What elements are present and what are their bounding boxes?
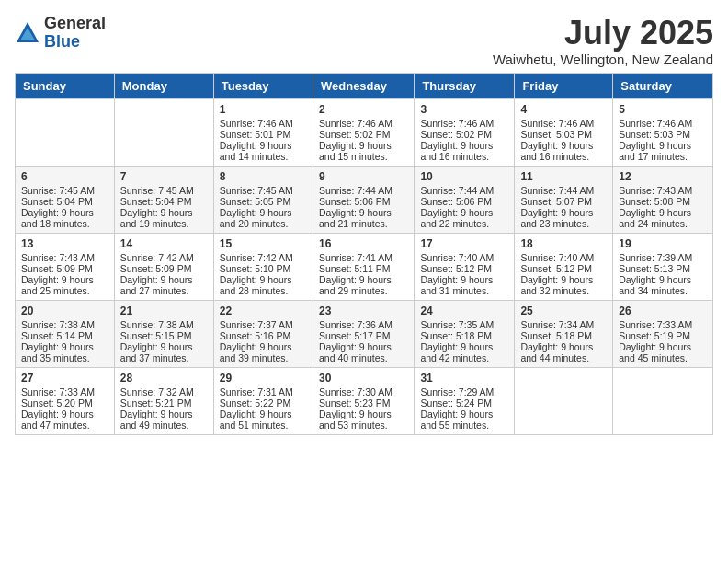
sunrise-text: Sunrise: 7:43 AM xyxy=(21,252,108,263)
calendar-week-5: 27Sunrise: 7:33 AMSunset: 5:20 PMDayligh… xyxy=(16,367,713,434)
calendar-cell: 26Sunrise: 7:33 AMSunset: 5:19 PMDayligh… xyxy=(613,300,713,367)
day-number: 30 xyxy=(319,372,408,385)
calendar-week-1: 1Sunrise: 7:46 AMSunset: 5:01 PMDaylight… xyxy=(16,98,713,166)
sunset-text: Sunset: 5:03 PM xyxy=(619,129,707,140)
daylight-text: Daylight: 9 hours and 45 minutes. xyxy=(619,341,707,363)
day-number: 22 xyxy=(220,304,307,317)
calendar-cell xyxy=(613,367,713,434)
sunrise-text: Sunrise: 7:39 AM xyxy=(619,252,707,263)
daylight-text: Daylight: 9 hours and 22 minutes. xyxy=(420,207,508,229)
sunset-text: Sunset: 5:12 PM xyxy=(520,263,607,274)
sunset-text: Sunset: 5:19 PM xyxy=(619,330,707,341)
day-number: 11 xyxy=(520,170,607,183)
calendar-cell: 31Sunrise: 7:29 AMSunset: 5:24 PMDayligh… xyxy=(415,367,515,434)
day-number: 8 xyxy=(220,170,307,183)
day-number: 19 xyxy=(619,237,707,250)
month-title: July 2025 xyxy=(493,15,713,52)
sunset-text: Sunset: 5:05 PM xyxy=(220,196,307,207)
weekday-header-sunday: Sunday xyxy=(16,73,115,98)
daylight-text: Daylight: 9 hours and 51 minutes. xyxy=(220,408,307,431)
sunset-text: Sunset: 5:09 PM xyxy=(120,263,208,274)
sunrise-text: Sunrise: 7:36 AM xyxy=(319,319,408,330)
sunrise-text: Sunrise: 7:30 AM xyxy=(319,386,408,397)
daylight-text: Daylight: 9 hours and 24 minutes. xyxy=(619,207,707,229)
daylight-text: Daylight: 9 hours and 19 minutes. xyxy=(120,207,208,229)
sunrise-text: Sunrise: 7:44 AM xyxy=(319,185,408,196)
daylight-text: Daylight: 9 hours and 40 minutes. xyxy=(319,341,408,363)
logo-general: General xyxy=(44,15,106,33)
daylight-text: Daylight: 9 hours and 44 minutes. xyxy=(520,341,607,363)
sunrise-text: Sunrise: 7:37 AM xyxy=(220,319,307,330)
calendar-cell: 27Sunrise: 7:33 AMSunset: 5:20 PMDayligh… xyxy=(16,367,115,434)
calendar-cell: 25Sunrise: 7:34 AMSunset: 5:18 PMDayligh… xyxy=(515,300,613,367)
calendar-cell: 16Sunrise: 7:41 AMSunset: 5:11 PMDayligh… xyxy=(313,233,414,300)
daylight-text: Daylight: 9 hours and 21 minutes. xyxy=(319,207,408,229)
sunrise-text: Sunrise: 7:38 AM xyxy=(120,319,208,330)
calendar-cell: 22Sunrise: 7:37 AMSunset: 5:16 PMDayligh… xyxy=(213,300,313,367)
sunrise-text: Sunrise: 7:46 AM xyxy=(220,118,307,129)
sunset-text: Sunset: 5:14 PM xyxy=(21,330,108,341)
day-number: 15 xyxy=(220,237,307,250)
calendar-cell: 3Sunrise: 7:46 AMSunset: 5:02 PMDaylight… xyxy=(415,98,515,166)
daylight-text: Daylight: 9 hours and 42 minutes. xyxy=(420,341,508,363)
daylight-text: Daylight: 9 hours and 25 minutes. xyxy=(21,274,108,296)
day-number: 25 xyxy=(520,304,607,317)
sunset-text: Sunset: 5:02 PM xyxy=(319,129,408,140)
calendar-cell: 30Sunrise: 7:30 AMSunset: 5:23 PMDayligh… xyxy=(313,367,414,434)
weekday-header-tuesday: Tuesday xyxy=(213,73,313,98)
sunrise-text: Sunrise: 7:34 AM xyxy=(520,319,607,330)
logo-blue: Blue xyxy=(44,33,106,52)
logo: General Blue xyxy=(15,15,106,52)
logo-text: General Blue xyxy=(44,15,106,52)
calendar-cell: 2Sunrise: 7:46 AMSunset: 5:02 PMDaylight… xyxy=(313,98,414,166)
calendar-cell: 10Sunrise: 7:44 AMSunset: 5:06 PMDayligh… xyxy=(415,166,515,233)
daylight-text: Daylight: 9 hours and 49 minutes. xyxy=(120,408,208,431)
daylight-text: Daylight: 9 hours and 18 minutes. xyxy=(21,207,108,229)
day-number: 24 xyxy=(420,304,508,317)
day-number: 27 xyxy=(21,372,108,385)
daylight-text: Daylight: 9 hours and 29 minutes. xyxy=(319,274,408,296)
sunrise-text: Sunrise: 7:32 AM xyxy=(120,386,208,397)
sunrise-text: Sunrise: 7:41 AM xyxy=(319,252,408,263)
weekday-header-saturday: Saturday xyxy=(613,73,713,98)
daylight-text: Daylight: 9 hours and 27 minutes. xyxy=(120,274,208,296)
day-number: 9 xyxy=(319,170,408,183)
sunset-text: Sunset: 5:24 PM xyxy=(420,397,508,408)
sunrise-text: Sunrise: 7:44 AM xyxy=(420,185,508,196)
title-area: July 2025 Waiwhetu, Wellington, New Zeal… xyxy=(493,15,713,67)
day-number: 1 xyxy=(220,103,307,116)
sunset-text: Sunset: 5:02 PM xyxy=(420,129,508,140)
sunset-text: Sunset: 5:15 PM xyxy=(120,330,208,341)
day-number: 28 xyxy=(120,372,208,385)
weekday-header-wednesday: Wednesday xyxy=(313,73,414,98)
calendar-cell xyxy=(16,98,115,166)
page-header: General Blue July 2025 Waiwhetu, Welling… xyxy=(15,15,713,67)
weekday-header-thursday: Thursday xyxy=(415,73,515,98)
day-number: 4 xyxy=(520,103,607,116)
calendar-cell xyxy=(114,98,213,166)
weekday-header-monday: Monday xyxy=(114,73,213,98)
calendar-cell xyxy=(515,367,613,434)
day-number: 23 xyxy=(319,304,408,317)
sunset-text: Sunset: 5:06 PM xyxy=(420,196,508,207)
day-number: 7 xyxy=(120,170,208,183)
day-number: 14 xyxy=(120,237,208,250)
calendar-cell: 12Sunrise: 7:43 AMSunset: 5:08 PMDayligh… xyxy=(613,166,713,233)
sunset-text: Sunset: 5:04 PM xyxy=(21,196,108,207)
daylight-text: Daylight: 9 hours and 47 minutes. xyxy=(21,408,108,431)
calendar-cell: 7Sunrise: 7:45 AMSunset: 5:04 PMDaylight… xyxy=(114,166,213,233)
day-number: 17 xyxy=(420,237,508,250)
location: Waiwhetu, Wellington, New Zealand xyxy=(493,52,713,67)
sunset-text: Sunset: 5:08 PM xyxy=(619,196,707,207)
daylight-text: Daylight: 9 hours and 32 minutes. xyxy=(520,274,607,296)
calendar: SundayMondayTuesdayWednesdayThursdayFrid… xyxy=(15,73,713,435)
sunrise-text: Sunrise: 7:38 AM xyxy=(21,319,108,330)
day-number: 2 xyxy=(319,103,408,116)
calendar-cell: 20Sunrise: 7:38 AMSunset: 5:14 PMDayligh… xyxy=(16,300,115,367)
calendar-cell: 21Sunrise: 7:38 AMSunset: 5:15 PMDayligh… xyxy=(114,300,213,367)
calendar-week-4: 20Sunrise: 7:38 AMSunset: 5:14 PMDayligh… xyxy=(16,300,713,367)
day-number: 5 xyxy=(619,103,707,116)
calendar-cell: 4Sunrise: 7:46 AMSunset: 5:03 PMDaylight… xyxy=(515,98,613,166)
sunset-text: Sunset: 5:10 PM xyxy=(220,263,307,274)
sunset-text: Sunset: 5:06 PM xyxy=(319,196,408,207)
